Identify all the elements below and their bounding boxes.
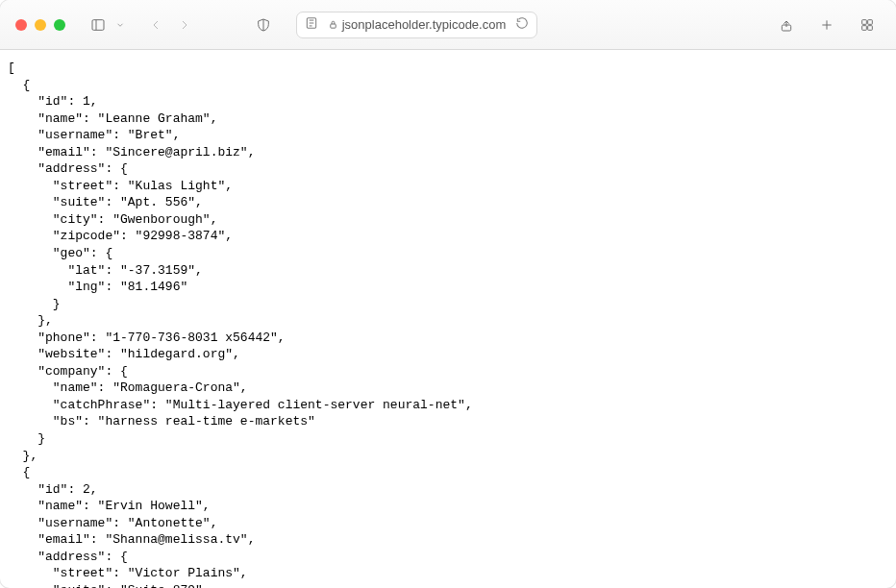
shield-icon[interactable] [250,12,277,37]
maximize-button[interactable] [54,19,65,31]
url-display: jsonplaceholder.typicode.com [328,17,507,32]
share-icon[interactable] [773,12,800,37]
sidebar-toggle-group [85,12,127,37]
chevron-down-icon[interactable] [113,12,127,37]
tabs-overview-icon[interactable] [854,12,881,37]
svg-rect-12 [862,19,867,24]
forward-button[interactable] [171,12,198,37]
address-bar[interactable]: jsonplaceholder.typicode.com [296,12,537,38]
lock-icon [328,19,338,30]
svg-rect-0 [92,19,104,30]
navigation-arrows [142,12,198,37]
url-text: jsonplaceholder.typicode.com [342,17,507,32]
svg-rect-7 [330,24,336,28]
reader-icon[interactable] [305,16,318,34]
new-tab-icon[interactable] [813,12,840,37]
page-content: [ { "id": 1, "name": "Leanne Graham", "u… [0,50,896,588]
json-output[interactable]: [ { "id": 1, "name": "Leanne Graham", "u… [8,60,888,588]
minimize-button[interactable] [35,19,46,31]
window-controls [15,19,65,31]
back-button[interactable] [142,12,169,37]
svg-rect-14 [862,25,867,30]
browser-toolbar: jsonplaceholder.typicode.com [0,0,896,50]
reload-icon[interactable] [515,16,529,34]
close-button[interactable] [15,19,27,31]
svg-rect-13 [868,19,873,24]
sidebar-icon[interactable] [85,12,112,37]
toolbar-right [773,12,881,37]
svg-rect-15 [868,25,873,30]
